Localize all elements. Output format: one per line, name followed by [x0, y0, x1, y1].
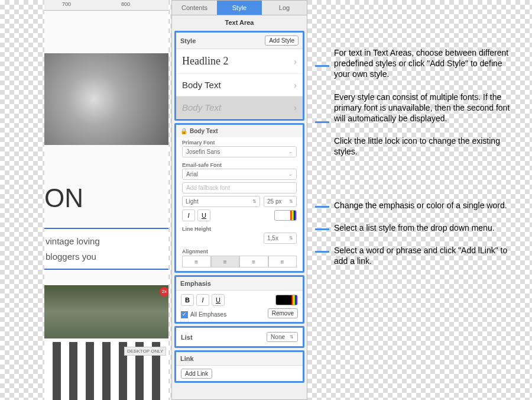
- alignment-label: Alignment: [176, 246, 303, 255]
- align-left-button[interactable]: ≡: [182, 256, 211, 267]
- stepper-icon: ⇅: [289, 199, 293, 204]
- ruler: 700 800: [44, 0, 168, 11]
- font-size-value: 25 px: [267, 198, 281, 205]
- desktop-only-label: DESKTOP ONLY: [124, 347, 166, 356]
- align-justify-button[interactable]: ≡: [268, 256, 297, 267]
- canvas-text-line: vintage loving: [46, 234, 164, 249]
- emphasis-color-swatch[interactable]: [275, 295, 298, 305]
- style-option-headline2[interactable]: Headline 2 ›: [176, 49, 303, 74]
- font-size-select[interactable]: 25 px ⇅: [264, 196, 297, 207]
- callout-bar: [315, 251, 329, 253]
- align-right-button[interactable]: ≡: [239, 256, 268, 267]
- lock-icon[interactable]: 🔒: [180, 128, 187, 134]
- callout-bar: [315, 206, 329, 208]
- annotation-text: Change the emphasis or color of a single…: [334, 201, 507, 210]
- chevron-right-icon: ›: [294, 103, 297, 112]
- inspector-panel: Contents Style Log Text Area Style Add S…: [171, 0, 307, 400]
- emphasis-label: Emphasis: [180, 280, 211, 287]
- editor-canvas: 700 800 ON vintage loving bloggers you 2…: [44, 0, 168, 400]
- color-swatch[interactable]: [274, 210, 297, 221]
- primary-font-label: Primary Font: [176, 137, 303, 146]
- chevron-down-icon: ⌄: [288, 149, 293, 154]
- body-text-header: Body Text: [190, 128, 218, 134]
- list-style-select[interactable]: None ⇅: [267, 332, 298, 342]
- chevron-right-icon: ›: [294, 57, 297, 66]
- style-group: Style Add Style Headline 2 › Body Text ›…: [174, 31, 304, 121]
- style-name: Body Text: [182, 102, 221, 112]
- annotation-text: Select a word or phrase and click "Add l…: [334, 246, 507, 266]
- list-value: None: [271, 334, 285, 340]
- ruler-tick: 800: [121, 1, 130, 7]
- body-text-group: 🔒 Body Text Primary Font Josefin Sans ⌄ …: [174, 123, 304, 273]
- stepper-icon: ⇅: [252, 199, 257, 204]
- font-weight-select[interactable]: Light ⇅: [182, 196, 260, 207]
- list-label: List: [181, 334, 193, 341]
- underline-button[interactable]: U: [212, 294, 225, 306]
- email-safe-font-label: Email-safe Font: [176, 160, 303, 169]
- canvas-image[interactable]: [44, 53, 168, 145]
- emphasis-group: Emphasis B I U All Emphases Remove: [174, 275, 304, 324]
- primary-font-value: Josefin Sans: [186, 149, 220, 155]
- stepper-icon: ⇅: [290, 334, 294, 340]
- line-height-select[interactable]: 1,5x ⇅: [264, 233, 297, 244]
- fallback-placeholder: Add fallback font: [186, 185, 230, 191]
- bold-button[interactable]: B: [181, 294, 194, 306]
- style-group-label: Style: [180, 37, 196, 44]
- italic-button[interactable]: I: [196, 294, 209, 306]
- callout-bar: [315, 65, 329, 67]
- align-center-button[interactable]: ≡: [211, 256, 240, 267]
- underline-button[interactable]: U: [197, 209, 210, 221]
- list-group: List None ⇅: [174, 326, 304, 348]
- stepper-icon: ⇅: [289, 236, 293, 241]
- add-link-button[interactable]: Add Link: [181, 369, 212, 379]
- chevron-right-icon: ›: [294, 80, 297, 90]
- canvas-text-area[interactable]: vintage loving bloggers you: [44, 228, 168, 270]
- callout-bar: [315, 228, 329, 230]
- tab-contents[interactable]: Contents: [172, 1, 217, 15]
- style-option-body-text[interactable]: Body Text ›: [176, 74, 303, 96]
- annotation-text: For text in Text Areas, choose between d…: [334, 48, 508, 79]
- canvas-image[interactable]: [44, 285, 168, 338]
- fallback-font-input[interactable]: Add fallback font: [182, 182, 297, 193]
- annotation-text: Select a list style from the drop down m…: [334, 223, 495, 233]
- email-safe-font-value: Arial: [186, 171, 198, 178]
- canvas-text-line: bloggers you: [46, 249, 164, 264]
- tab-log[interactable]: Log: [262, 1, 307, 15]
- annotation-text: Every style can consist of multiple font…: [334, 92, 510, 123]
- email-safe-font-select[interactable]: Arial ⌄: [182, 169, 297, 180]
- line-height-value: 1,5x: [267, 235, 278, 241]
- all-emphases-label: All Emphases: [190, 311, 226, 318]
- add-style-button[interactable]: Add Style: [265, 36, 299, 46]
- canvas-heading[interactable]: ON: [44, 183, 83, 213]
- annotations: For text in Text Areas, choose between d…: [334, 47, 511, 278]
- tab-style[interactable]: Style: [217, 1, 262, 15]
- panel-title: Text Area: [172, 15, 307, 30]
- line-height-label: Line Height: [176, 224, 303, 233]
- remove-button[interactable]: Remove: [268, 308, 298, 318]
- ruler-tick: 700: [62, 1, 71, 7]
- all-emphases-checkbox[interactable]: [181, 311, 188, 318]
- inspector-tabs: Contents Style Log: [172, 1, 307, 15]
- style-option-body-text-selected[interactable]: Body Text ›: [176, 96, 303, 119]
- primary-font-select[interactable]: Josefin Sans ⌄: [182, 146, 297, 157]
- retina-badge: 2x: [160, 287, 168, 296]
- font-weight-value: Light: [186, 198, 199, 205]
- chevron-down-icon: ⌄: [288, 172, 293, 177]
- italic-button[interactable]: I: [182, 209, 195, 221]
- annotation-text: Click the little lock icon to change the…: [334, 136, 500, 156]
- style-name: Headline 2: [182, 55, 228, 67]
- link-label: Link: [180, 355, 194, 362]
- link-group: Link Add Link: [174, 350, 304, 383]
- callout-bar: [315, 121, 329, 123]
- style-name: Body Text: [182, 80, 221, 90]
